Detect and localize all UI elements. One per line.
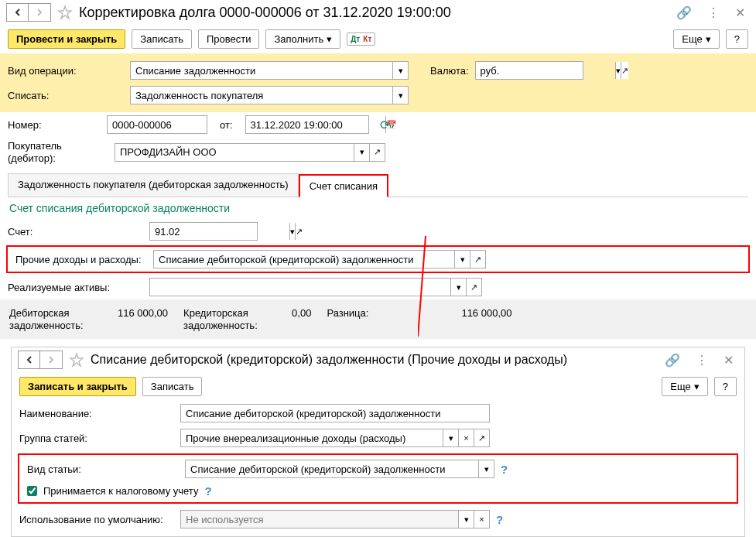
dropdown-icon[interactable]: ▾ <box>458 511 474 528</box>
save-button[interactable]: Записать <box>132 29 192 49</box>
op-type-input[interactable]: ▾ <box>130 61 409 80</box>
chevron-down-icon: ▾ <box>327 33 332 45</box>
buyer-input[interactable]: ▾ ↗ <box>115 143 385 162</box>
name-input[interactable] <box>180 404 490 422</box>
currency-input[interactable]: ▾ ↗ <box>475 61 583 80</box>
writeoff-section: Счет списания дебиторской задолженности … <box>0 197 756 299</box>
currency-field[interactable] <box>476 62 615 79</box>
type-field[interactable] <box>186 460 478 477</box>
kebab-icon[interactable]: ⋮ <box>691 351 713 369</box>
fill-label: Заполнить <box>274 33 323 45</box>
diff-label: Разница: <box>327 307 368 331</box>
arrow-left-icon <box>13 8 22 17</box>
open-icon[interactable]: ↗ <box>474 429 489 446</box>
tab-debt[interactable]: Задолженность покупателя (дебиторская за… <box>8 173 299 197</box>
chevron-down-icon: ▾ <box>706 33 711 45</box>
other-field[interactable] <box>154 251 454 268</box>
star-icon[interactable] <box>69 352 84 368</box>
usage-field[interactable] <box>181 511 458 528</box>
account-input[interactable]: ▾ ↗ <box>149 222 258 241</box>
debit-value: 116 000,00 <box>118 307 168 331</box>
close-icon[interactable]: ✕ <box>730 4 750 22</box>
more-button[interactable]: Еще ▾ <box>673 29 719 49</box>
buyer-field[interactable] <box>115 144 354 161</box>
writeoff-field[interactable] <box>131 87 392 104</box>
assets-input[interactable]: ▾ ↗ <box>149 278 482 296</box>
fill-button[interactable]: Заполнить ▾ <box>265 29 340 49</box>
chevron-down-icon: ▾ <box>694 381 700 392</box>
dropdown-icon[interactable]: ▾ <box>392 62 408 79</box>
link-icon[interactable]: 🔗 <box>672 4 696 22</box>
more-label: Еще <box>682 33 702 45</box>
name-label: Наименование: <box>19 408 174 419</box>
sub-more-button[interactable]: Еще ▾ <box>662 377 707 396</box>
sub-title: Списание дебиторской (кредиторской) задо… <box>91 353 654 367</box>
dropdown-icon[interactable]: ▾ <box>354 144 369 161</box>
help-icon[interactable]: ? <box>204 484 211 498</box>
help-icon[interactable]: ? <box>496 513 503 526</box>
yellow-block: Вид операции: ▾ Валюта: ▾ ↗ Списать: ▾ <box>0 53 756 112</box>
number-row: Номер: от: 📅 ⟳ <box>0 112 756 137</box>
arrow-right-icon <box>46 355 56 364</box>
main-toolbar: Провести и закрыть Записать Провести Зап… <box>0 25 756 53</box>
submit-button[interactable]: Провести <box>198 29 260 49</box>
buyer-row: Покупатель (дебитор): ▾ ↗ <box>0 137 756 167</box>
clear-icon[interactable]: × <box>458 429 474 446</box>
close-icon[interactable]: ✕ <box>719 351 738 369</box>
sub-back-button[interactable] <box>19 351 40 368</box>
dtkt-button[interactable]: ДтКт <box>347 32 375 46</box>
other-input[interactable]: ▾ ↗ <box>153 250 486 268</box>
dropdown-icon[interactable]: ▾ <box>478 460 494 477</box>
back-button[interactable] <box>7 4 29 21</box>
writeoff-input[interactable]: ▾ <box>130 86 409 104</box>
totals-bar: Дебиторская задолженность: 116 000,00 Кр… <box>0 299 756 339</box>
star-icon[interactable] <box>57 5 73 20</box>
kebab-icon[interactable]: ⋮ <box>703 4 724 22</box>
from-label: от: <box>220 119 233 131</box>
assets-label: Реализуемые активы: <box>8 282 143 293</box>
help-button[interactable]: ? <box>726 29 748 49</box>
op-type-label: Вид операции: <box>8 65 124 77</box>
account-field[interactable] <box>150 223 289 240</box>
dropdown-icon[interactable]: ▾ <box>450 279 466 296</box>
dropdown-icon[interactable]: ▾ <box>392 87 408 104</box>
sub-help-button[interactable]: ? <box>714 377 737 396</box>
dropdown-icon[interactable]: ▾ <box>443 429 458 446</box>
tax-checkbox[interactable] <box>27 486 37 496</box>
sub-forward-button[interactable] <box>40 351 62 368</box>
dropdown-icon[interactable]: ▾ <box>289 223 295 240</box>
open-icon[interactable]: ↗ <box>621 62 628 79</box>
op-type-field[interactable] <box>131 62 392 79</box>
name-field[interactable] <box>181 405 489 422</box>
nav-group <box>6 3 51 22</box>
type-label: Вид статьи: <box>27 463 179 475</box>
open-icon[interactable]: ↗ <box>466 279 481 296</box>
group-field[interactable] <box>181 429 443 446</box>
tab-writeoff[interactable]: Счет списания <box>299 174 388 197</box>
sub-save-close-button[interactable]: Записать и закрыть <box>19 377 136 396</box>
writeoff-label: Списать: <box>8 90 124 101</box>
forward-button[interactable] <box>29 4 50 21</box>
dropdown-icon[interactable]: ▾ <box>615 62 621 79</box>
kt-icon: Кт <box>363 35 371 43</box>
clear-icon[interactable]: × <box>474 511 489 528</box>
currency-label: Валюта: <box>430 65 469 77</box>
open-icon[interactable]: ↗ <box>470 251 485 268</box>
group-input[interactable]: ▾ × ↗ <box>180 429 490 447</box>
refresh-icon[interactable]: ⟳ <box>375 116 395 134</box>
usage-input[interactable]: ▾ × <box>180 510 490 528</box>
sub-header: Списание дебиторской (кредиторской) задо… <box>12 347 744 372</box>
open-icon[interactable]: ↗ <box>295 223 303 240</box>
sub-save-button[interactable]: Записать <box>142 377 203 396</box>
date-input[interactable]: 📅 <box>245 115 369 134</box>
help-icon[interactable]: ? <box>501 463 508 476</box>
type-input[interactable]: ▾ <box>185 460 494 478</box>
submit-close-button[interactable]: Провести и закрыть <box>8 29 125 49</box>
assets-field[interactable] <box>150 279 450 296</box>
link-icon[interactable]: 🔗 <box>660 351 685 369</box>
number-input[interactable] <box>107 115 207 134</box>
dropdown-icon[interactable]: ▾ <box>454 251 470 268</box>
open-icon[interactable]: ↗ <box>369 144 385 161</box>
subwindow: Списание дебиторской (кредиторской) задо… <box>11 347 745 537</box>
date-field[interactable] <box>246 116 385 133</box>
